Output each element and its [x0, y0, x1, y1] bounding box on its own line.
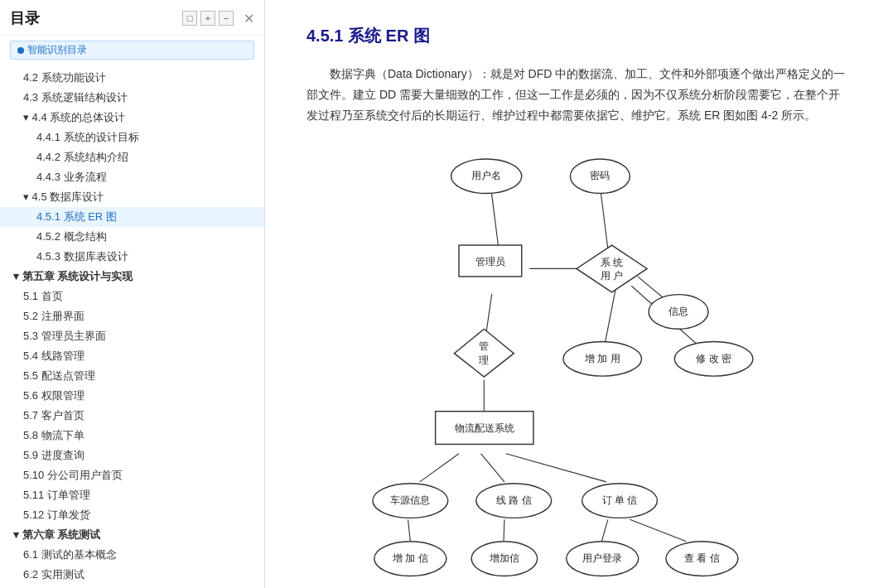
svg-line-13 [601, 519, 608, 542]
smart-recognize-btn[interactable]: 智能识别目录 [10, 41, 254, 60]
svg-text:增加信: 增加信 [489, 552, 519, 563]
svg-text:车源信息: 车源信息 [390, 494, 430, 505]
toc-item-4-5-3[interactable]: 4.5.3 数据库表设计 [0, 247, 264, 267]
svg-line-10 [506, 453, 606, 481]
toc-item-5-5[interactable]: 5.5 配送点管理 [0, 366, 264, 386]
main-content: 4.5.1 系统 ER 图 数据字典（Data Dictionary）：就是对 … [265, 0, 888, 588]
svg-text:管理员: 管理员 [475, 256, 505, 267]
toc-item-5-2[interactable]: 5.2 注册界面 [0, 306, 264, 326]
svg-text:用户名: 用户名 [471, 170, 501, 181]
toc-item-4-4-2[interactable]: 4.4.2 系统结构介绍 [0, 147, 264, 167]
expand-btn[interactable]: □ [182, 11, 197, 26]
svg-text:管: 管 [479, 340, 489, 352]
toc-item-5-7[interactable]: 5.7 客户首页 [0, 406, 264, 426]
svg-text:用 户: 用 户 [601, 270, 623, 282]
toc-item-4-4-1[interactable]: 4.4.1 系统的设计目标 [0, 128, 264, 147]
toc-item-4-4[interactable]: ▾ 4.4 系统的总体设计 [0, 108, 264, 128]
svg-text:密码: 密码 [590, 170, 610, 181]
svg-line-8 [420, 453, 459, 481]
toc-item-4-4-3[interactable]: 4.4.3 业务流程 [0, 167, 264, 187]
svg-line-14 [630, 519, 686, 542]
toc-item-4-5[interactable]: ▾ 4.5 数据库设计 [0, 187, 264, 207]
er-diagram: 用户名 密码 管理员 系 统 用 户 信息 管 理 增 加 用 修 改 密 [336, 143, 817, 582]
svg-text:物流配送系统: 物流配送系统 [455, 422, 514, 433]
toc-item-6[interactable]: ▾ 第六章 系统测试 [0, 525, 264, 545]
toc-item-5-12[interactable]: 5.12 订单发货 [0, 505, 264, 525]
toc-item-5-10[interactable]: 5.10 分公司用户首页 [0, 465, 264, 485]
smart-dot-icon [17, 47, 24, 54]
toc-item-5-1[interactable]: 5.1 首页 [0, 287, 264, 306]
svg-text:用户登录: 用户登录 [582, 552, 622, 563]
svg-line-11 [408, 519, 411, 542]
svg-text:系 统: 系 统 [601, 257, 623, 268]
toc-item-5-11[interactable]: 5.11 订单管理 [0, 485, 264, 505]
svg-line-1 [600, 186, 607, 249]
svg-marker-21 [577, 245, 647, 292]
toc-item-4-2[interactable]: 4.2 系统功能设计 [0, 68, 264, 88]
svg-line-5 [604, 288, 615, 349]
remove-btn[interactable]: − [219, 11, 234, 26]
toc-item-5-9[interactable]: 5.9 进度查询 [0, 446, 264, 465]
toc-item-5-8[interactable]: 5.8 物流下单 [0, 426, 264, 446]
svg-text:理: 理 [479, 354, 489, 366]
toc-item-4-5-2[interactable]: 4.5.2 概念结构 [0, 227, 264, 247]
toc-item-6-1[interactable]: 6.1 测试的基本概念 [0, 545, 264, 565]
svg-text:信息: 信息 [668, 305, 688, 316]
toc-item-4-3[interactable]: 4.3 系统逻辑结构设计 [0, 88, 264, 108]
sidebar-controls: □ + − ✕ [182, 11, 254, 27]
toc-item-5-3[interactable]: 5.3 管理员主界面 [0, 326, 264, 346]
svg-text:查 看 信: 查 看 信 [684, 552, 720, 563]
sidebar-header: 目录 □ + − ✕ [0, 0, 264, 36]
section-title: 4.5.1 系统 ER 图 [306, 25, 847, 47]
svg-text:订 单 信: 订 单 信 [602, 494, 638, 505]
svg-text:增 加 用: 增 加 用 [584, 352, 620, 364]
toc-item-6-3[interactable]: ▾ 6.3 系统异常处理 [0, 585, 264, 588]
svg-line-12 [504, 519, 504, 542]
toc-item-5[interactable]: ▾ 第五章 系统设计与实现 [0, 267, 264, 287]
svg-line-9 [481, 453, 504, 481]
add-btn[interactable]: + [200, 11, 215, 26]
content-paragraph: 数据字典（Data Dictionary）：就是对 DFD 中的数据流、加工、文… [306, 64, 847, 127]
svg-text:增 加 信: 增 加 信 [392, 552, 428, 563]
svg-marker-26 [454, 329, 514, 377]
smart-btn-label: 智能识别目录 [27, 43, 87, 57]
svg-text:修 改 密: 修 改 密 [696, 352, 731, 364]
sidebar: 目录 □ + − ✕ 智能识别目录 4.2 系统功能设计 4.3 系统逻辑结构设… [0, 0, 265, 588]
sidebar-title: 目录 [10, 8, 40, 28]
toc-item-6-2[interactable]: 6.2 实用测试 [0, 565, 264, 585]
toc-item-4-5-1[interactable]: 4.5.1 系统 ER 图 [0, 207, 264, 227]
toc-item-5-4[interactable]: 5.4 线路管理 [0, 346, 264, 366]
close-icon[interactable]: ✕ [244, 11, 254, 27]
toc-item-5-6[interactable]: 5.6 权限管理 [0, 386, 264, 406]
svg-text:线 路 信: 线 路 信 [496, 494, 532, 505]
svg-line-3 [486, 293, 492, 330]
toc-tree: 4.2 系统功能设计 4.3 系统逻辑结构设计 ▾ 4.4 系统的总体设计 4.… [0, 65, 264, 588]
